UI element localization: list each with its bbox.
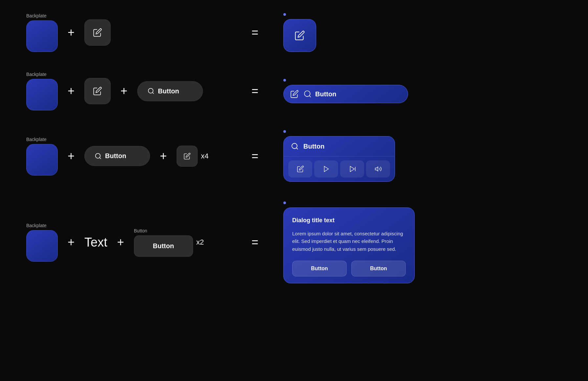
plus-3b: + (160, 149, 167, 163)
dark-button-4[interactable]: Button (134, 235, 193, 257)
multiplier-4: x2 (196, 238, 204, 247)
result-dialog: Dialog title text Lorem ipsum dolor sit … (283, 207, 415, 283)
dialog-btn-2-label: Button (370, 266, 387, 271)
backplate-container-4: Backplate (26, 223, 58, 262)
play-icon-1 (323, 165, 330, 173)
edit-icon-2 (93, 86, 102, 96)
result-card-icon-2[interactable] (314, 160, 338, 178)
svg-point-2 (304, 91, 310, 96)
icon-x4-group: x4 (177, 146, 208, 167)
svg-marker-8 (324, 166, 328, 172)
button-x2-group: Button Button x2 (134, 228, 204, 257)
backplate-2 (26, 79, 58, 110)
edit-icon-btn-1[interactable] (84, 19, 111, 46)
result-card-icon-3[interactable] (340, 160, 364, 178)
search-btn-label-2: Button (158, 87, 179, 95)
dot-4 (283, 202, 286, 204)
result-edit-icon (294, 30, 305, 41)
volume-icon (375, 165, 382, 173)
dot-1 (283, 13, 286, 16)
result-btn-text-2: Button (315, 90, 336, 98)
search-btn-label-3: Button (105, 152, 126, 160)
backplate-label-4: Backplate (26, 223, 46, 228)
result-search-group: Button (303, 90, 336, 98)
main-container: Backplate + = (0, 0, 588, 297)
dark-btn-text-4: Button (153, 242, 174, 250)
search-button-2[interactable]: Button (137, 81, 203, 101)
plus-4b: + (117, 235, 124, 249)
backplate-4 (26, 230, 58, 262)
dialog-buttons: Button Button (292, 261, 406, 276)
svg-line-5 (99, 157, 101, 159)
dialog-btn-1[interactable]: Button (292, 261, 347, 276)
row-2: Backplate + + Button = (26, 72, 562, 110)
row-4: Backplate + Text + Button Button x2 = (26, 202, 562, 283)
icon-small-btn-3[interactable] (177, 146, 198, 167)
svg-marker-9 (350, 166, 354, 172)
row-1-rhs (283, 13, 316, 52)
backplate-1 (26, 20, 58, 52)
equals-4: = (251, 235, 258, 249)
result-edit-area (290, 90, 299, 98)
edit-icon-small-3 (184, 153, 191, 160)
backplate-3 (26, 144, 58, 176)
row-3-lhs: Backplate + Button + x4 (26, 137, 240, 176)
backplate-label-3: Backplate (26, 137, 46, 142)
edit-icon-1 (93, 28, 102, 37)
row-2-lhs: Backplate + + Button (26, 72, 240, 110)
edit-icon-btn-2[interactable] (84, 78, 111, 104)
dialog-btn-1-label: Button (311, 266, 328, 271)
result-1-column (283, 13, 316, 52)
result-3-column: Button (283, 130, 395, 182)
plus-1: + (68, 26, 75, 39)
backplate-container-3: Backplate (26, 137, 58, 176)
result-search-icon-2 (303, 90, 312, 98)
row-1: Backplate + = (26, 13, 562, 52)
result-search-icon-3 (291, 142, 299, 150)
equals-3: = (251, 149, 258, 163)
result-icon-button[interactable] (283, 19, 316, 52)
svg-line-7 (296, 148, 298, 149)
svg-point-0 (148, 88, 153, 93)
result-card-icon-1[interactable] (288, 160, 312, 178)
equals-1: = (251, 26, 258, 39)
dot-2 (283, 79, 286, 82)
plus-3a: + (68, 149, 75, 163)
svg-point-4 (96, 153, 100, 158)
plus-4a: + (68, 235, 75, 249)
multiplier-3: x4 (201, 152, 208, 160)
search-icon-3 (95, 153, 102, 160)
search-icon-2 (147, 87, 155, 95)
svg-line-1 (152, 92, 154, 94)
plus-2b: + (120, 84, 127, 98)
text-item-4: Text (84, 235, 107, 250)
dialog-btn-2[interactable]: Button (351, 261, 406, 276)
result-2-column: Button (283, 79, 408, 103)
svg-point-6 (292, 143, 297, 149)
backplate-container-1: Backplate (26, 13, 58, 52)
backplate-container-2: Backplate (26, 72, 58, 110)
backplate-label-2: Backplate (26, 72, 46, 77)
result-card-btn-text: Button (303, 143, 324, 150)
result-card: Button (283, 136, 395, 182)
backplate-label-1: Backplate (26, 13, 46, 18)
result-card-icon-4[interactable] (366, 160, 390, 178)
search-button-3[interactable]: Button (84, 146, 150, 166)
result-edit-icon-2 (290, 90, 299, 98)
row-2-rhs: Button (283, 79, 408, 103)
play-icon-2 (349, 165, 356, 173)
plus-2a: + (68, 84, 75, 98)
row-3: Backplate + Button + x4 (26, 130, 562, 182)
dialog-title: Dialog title text (292, 217, 406, 224)
result-card-bottom (284, 156, 395, 181)
dialog-body: Lorem ipsum dolor sit amet, consectetur … (292, 230, 406, 253)
result-pill[interactable]: Button (283, 85, 408, 103)
row-4-rhs: Dialog title text Lorem ipsum dolor sit … (283, 202, 415, 283)
result-4-column: Dialog title text Lorem ipsum dolor sit … (283, 202, 415, 283)
button-container-4: Button Button (134, 228, 193, 257)
svg-marker-11 (375, 167, 378, 171)
btn-above-label-4: Button (134, 228, 147, 233)
row-4-lhs: Backplate + Text + Button Button x2 (26, 223, 240, 262)
row-1-lhs: Backplate + (26, 13, 240, 52)
dot-3 (283, 130, 286, 133)
